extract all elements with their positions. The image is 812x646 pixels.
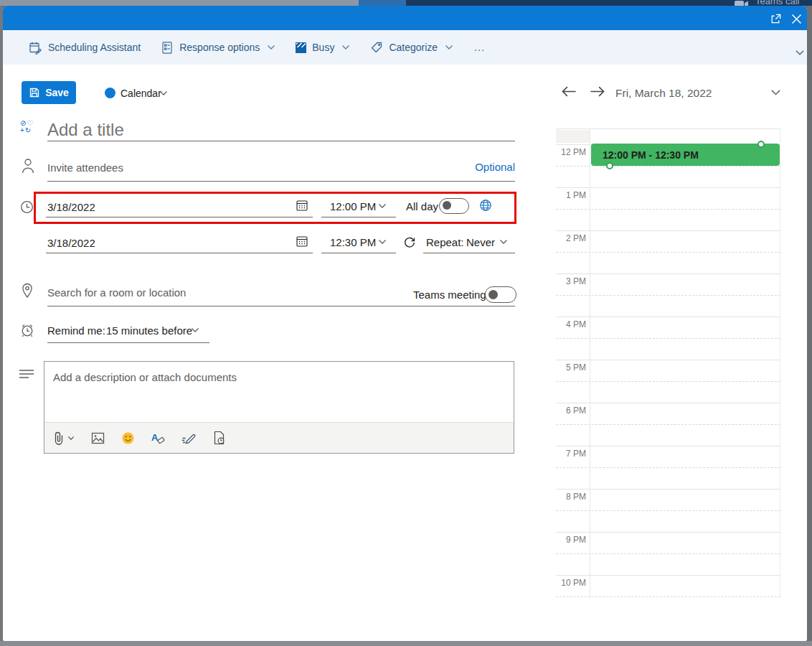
hour-label: 9 PM xyxy=(556,535,586,545)
attendees-input[interactable] xyxy=(47,159,349,175)
hour-label: 7 PM xyxy=(556,449,586,459)
repeat-label: Repeat: xyxy=(426,236,464,248)
all-day-toggle[interactable] xyxy=(439,198,469,214)
end-date-input[interactable] xyxy=(47,235,284,250)
response-options-icon xyxy=(161,41,174,55)
backdrop-titlebar: Teams call xyxy=(406,0,812,6)
categorize-label: Categorize xyxy=(389,42,438,53)
description-box: A xyxy=(44,361,514,454)
calendar-event-label: 12:00 PM - 12:30 PM xyxy=(603,149,699,161)
end-date-underline xyxy=(46,253,313,253)
svg-text:A: A xyxy=(151,432,159,443)
grid-right-border xyxy=(780,129,780,598)
teams-meeting-label: Teams meeting xyxy=(413,289,486,301)
event-icon-picker-icon[interactable]: ⊘♡+↻ xyxy=(20,120,34,134)
hour-label: 8 PM xyxy=(556,492,586,502)
location-input[interactable] xyxy=(47,285,334,299)
categorize-icon xyxy=(370,41,383,54)
description-input[interactable] xyxy=(53,369,455,385)
hour-line xyxy=(556,489,780,490)
categorize-button[interactable]: Categorize xyxy=(370,41,453,54)
draw-pen-icon[interactable] xyxy=(181,432,197,444)
half-hour-line xyxy=(556,424,780,425)
event-resize-handle-top[interactable] xyxy=(757,141,765,148)
insert-image-icon[interactable] xyxy=(91,432,105,444)
popout-icon[interactable] xyxy=(768,11,783,27)
title-input[interactable] xyxy=(47,119,449,141)
start-time-chevron-icon[interactable] xyxy=(378,203,387,209)
response-options-button[interactable]: Response options xyxy=(161,41,275,55)
scheduling-assistant-label: Scheduling Assistant xyxy=(48,42,141,53)
chevron-down-icon xyxy=(341,45,350,50)
start-date-underline xyxy=(46,217,313,217)
calendar-selector[interactable]: Calendar xyxy=(121,88,161,99)
end-date-calendar-icon[interactable] xyxy=(296,235,308,248)
dialog-toolbar: Scheduling Assistant Response options Bu… xyxy=(3,30,807,65)
preview-date-label: Fri, March 18, 2022 xyxy=(615,87,712,100)
more-options-button[interactable]: … xyxy=(473,41,486,54)
scheduling-assistant-button[interactable]: Scheduling Assistant xyxy=(29,41,141,55)
start-date-calendar-icon[interactable] xyxy=(296,199,308,212)
optional-attendees-link[interactable]: Optional xyxy=(466,161,515,173)
end-time-dropdown[interactable]: 12:30 PM xyxy=(330,236,376,248)
repeat-dropdown[interactable]: Never xyxy=(466,236,495,248)
busy-icon xyxy=(296,42,306,53)
repeat-chevron-icon[interactable] xyxy=(499,239,508,245)
schedule-send-doc-icon[interactable] xyxy=(213,431,225,445)
response-options-label: Response options xyxy=(179,42,260,53)
hour-line xyxy=(556,187,780,188)
half-hour-line xyxy=(556,338,780,339)
hour-line xyxy=(556,532,780,533)
calendar-selector-chevron-icon[interactable] xyxy=(159,90,168,96)
location-pin-icon xyxy=(21,283,34,299)
busy-label: Busy xyxy=(312,42,334,53)
hour-label: 12 PM xyxy=(556,147,586,157)
half-hour-line xyxy=(556,467,780,468)
hour-line xyxy=(556,360,780,360)
description-toolbar: A xyxy=(44,422,514,453)
end-time-chevron-icon[interactable] xyxy=(378,239,387,245)
half-hour-line xyxy=(556,252,780,253)
event-resize-handle-bottom[interactable] xyxy=(606,162,613,169)
preview-date-chevron-icon[interactable] xyxy=(770,89,781,96)
busy-status-button[interactable]: Busy xyxy=(296,42,350,53)
timezone-globe-icon[interactable] xyxy=(479,199,492,212)
hour-line xyxy=(556,575,780,576)
half-hour-line xyxy=(556,596,780,597)
close-icon[interactable] xyxy=(788,11,804,27)
save-button[interactable]: Save xyxy=(22,81,76,104)
remind-dropdown[interactable]: 15 minutes before xyxy=(106,324,192,337)
half-hour-line xyxy=(556,553,780,554)
attach-paperclip-icon[interactable] xyxy=(54,431,75,445)
description-lines-icon xyxy=(19,369,34,379)
hour-label: 6 PM xyxy=(556,406,586,416)
hour-line xyxy=(556,230,780,231)
backdrop-window xyxy=(0,0,359,6)
hour-label: 1 PM xyxy=(556,190,586,200)
clear-formatting-icon[interactable]: A xyxy=(151,431,165,444)
start-date-input[interactable] xyxy=(47,200,284,214)
previous-day-arrow-icon[interactable] xyxy=(561,85,577,98)
hour-label: 3 PM xyxy=(556,276,586,286)
teams-meeting-toggle[interactable] xyxy=(485,286,516,303)
gutter-divider xyxy=(590,129,590,598)
attendees-person-icon xyxy=(21,158,35,174)
attendees-underline xyxy=(47,181,515,182)
save-label: Save xyxy=(45,87,69,98)
toolbar-collapse-chevron-icon[interactable] xyxy=(795,50,805,56)
half-hour-line xyxy=(556,166,780,167)
emoji-icon[interactable] xyxy=(121,431,135,445)
save-icon xyxy=(29,87,40,98)
next-day-arrow-icon[interactable] xyxy=(590,85,605,98)
remind-chevron-icon[interactable] xyxy=(191,327,199,333)
hour-line xyxy=(556,446,780,446)
start-time-dropdown[interactable]: 12:00 PM xyxy=(330,200,376,212)
hour-line xyxy=(556,403,780,403)
hour-line xyxy=(556,317,780,317)
location-underline xyxy=(47,306,515,306)
all-day-label: All day xyxy=(406,200,438,212)
hour-label: 5 PM xyxy=(556,362,586,373)
hour-label: 10 PM xyxy=(556,578,586,588)
chevron-down-icon xyxy=(267,45,275,50)
calendar-event[interactable]: 12:00 PM - 12:30 PM xyxy=(591,144,780,166)
